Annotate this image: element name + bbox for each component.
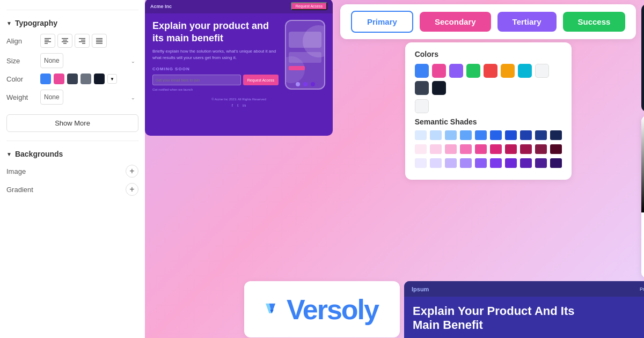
color-swatch-black[interactable]: [94, 74, 105, 84]
purple-landing-preview: Acme Inc Request Access Explain your pro…: [145, 0, 333, 136]
purple-submit-button[interactable]: Request Access: [243, 75, 279, 85]
color-gradient-canvas[interactable]: [641, 116, 644, 212]
picker-inputs: F8E71C Hex 248 R 231 G 28: [641, 225, 644, 251]
align-justify-button[interactable]: [92, 34, 107, 48]
landing-page-preview: Ipsum Pricing Login Download Explain You…: [404, 281, 644, 338]
s-b10[interactable]: [550, 130, 562, 140]
s-p6[interactable]: [490, 144, 502, 154]
s-v4[interactable]: [460, 158, 472, 168]
color-purple[interactable]: [449, 64, 463, 78]
s-p7[interactable]: [505, 144, 517, 154]
color-white[interactable]: [535, 64, 549, 78]
color-dropdown-button[interactable]: ▼: [107, 74, 117, 84]
s-b6[interactable]: [490, 130, 502, 140]
color-darkgray[interactable]: [415, 81, 429, 95]
dark-landing-preview: Acme Inc Verify now EXPLAIN YOUR PRODUCT…: [641, 4, 644, 112]
s-p8[interactable]: [520, 144, 532, 154]
s-p4[interactable]: [460, 144, 472, 154]
s-p3[interactable]: [445, 144, 457, 154]
add-gradient-button[interactable]: +: [126, 183, 138, 196]
weight-row: Weight None: [6, 90, 138, 105]
s-p2[interactable]: [430, 144, 442, 154]
s-v7[interactable]: [505, 158, 517, 168]
s-p5[interactable]: [475, 144, 487, 154]
align-label: Align: [6, 37, 36, 45]
color-pink[interactable]: [432, 64, 446, 78]
color-swatch-gray[interactable]: [80, 74, 91, 84]
weight-select[interactable]: None: [40, 90, 63, 105]
weight-label: Weight: [6, 93, 36, 101]
s-v3[interactable]: [445, 158, 457, 168]
color-black[interactable]: [432, 81, 446, 95]
svg-rect-7: [63, 43, 67, 44]
section-divider: [6, 141, 138, 141]
s-v2[interactable]: [430, 158, 442, 168]
add-image-button[interactable]: +: [126, 165, 138, 178]
s-v1[interactable]: [415, 158, 427, 168]
s-b3[interactable]: [445, 130, 457, 140]
landing-link-pricing[interactable]: Pricing: [640, 286, 644, 292]
s-v10[interactable]: [550, 158, 562, 168]
s-b8[interactable]: [520, 130, 532, 140]
size-select-wrapper: None: [40, 53, 138, 68]
purple-cta-button[interactable]: Request Access: [291, 2, 327, 10]
color-light[interactable]: [415, 99, 429, 113]
s-p9[interactable]: [535, 144, 547, 154]
weight-select-wrapper: None: [40, 90, 138, 105]
secondary-button[interactable]: Secondary: [420, 12, 491, 32]
versoly-text: Versoly: [287, 293, 378, 326]
semantic-purple-row: [415, 158, 562, 168]
purple-input-row: Request Access: [152, 75, 279, 85]
color-picker-panel: F8E71C Hex 248 R 231 G 28: [641, 116, 644, 278]
colors-title: Colors: [415, 50, 562, 58]
s-b5[interactable]: [475, 130, 487, 140]
s-b2[interactable]: [430, 130, 442, 140]
color-swatch-dark[interactable]: [67, 74, 78, 84]
purple-brand: Acme Inc: [150, 4, 172, 9]
s-b9[interactable]: [535, 130, 547, 140]
purple-text-block: Explain your product and its main benefi…: [152, 20, 279, 91]
svg-rect-10: [79, 41, 85, 42]
svg-rect-0: [45, 38, 51, 39]
s-v9[interactable]: [535, 158, 547, 168]
versoly-logo-container: Versoly: [244, 281, 400, 337]
s-b7[interactable]: [505, 130, 517, 140]
s-v6[interactable]: [490, 158, 502, 168]
success-button[interactable]: Success: [563, 12, 626, 32]
color-presets: [641, 251, 644, 278]
align-justify-icon: [96, 38, 103, 44]
purple-email-input[interactable]: [152, 75, 241, 85]
colors-panel: Colors: [405, 42, 572, 180]
purple-nav: Acme Inc Request Access: [145, 0, 333, 13]
color-cyan[interactable]: [518, 64, 532, 78]
landing-nav: Ipsum Pricing Login Download: [404, 281, 644, 297]
align-center-button[interactable]: [57, 34, 72, 48]
s-b1[interactable]: [415, 130, 427, 140]
tertiary-button[interactable]: Tertiary: [497, 12, 557, 32]
align-right-button[interactable]: [75, 34, 90, 48]
primary-button[interactable]: Primary: [351, 11, 413, 33]
align-row: Align: [6, 34, 138, 48]
s-p10[interactable]: [550, 144, 562, 154]
color-swatch-blue[interactable]: [40, 74, 51, 84]
svg-rect-14: [96, 41, 103, 42]
color-amber[interactable]: [501, 64, 515, 78]
s-v8[interactable]: [520, 158, 532, 168]
backgrounds-label: Backgrounds: [15, 150, 63, 158]
size-select[interactable]: None: [40, 53, 63, 68]
color-red[interactable]: [484, 64, 497, 78]
svg-rect-1: [45, 40, 49, 41]
color-swatch-pink[interactable]: [54, 74, 64, 84]
show-more-button[interactable]: Show More: [6, 114, 138, 132]
versoly-v-logo: [266, 292, 278, 327]
align-left-button[interactable]: [40, 34, 55, 48]
color-blue[interactable]: [415, 64, 429, 78]
purple-headline: Explain your product and its main benefi…: [152, 20, 279, 44]
svg-rect-15: [96, 43, 103, 44]
s-v5[interactable]: [475, 158, 487, 168]
color-green[interactable]: [466, 64, 480, 78]
purple-footer: Get notified when we launch: [152, 88, 279, 91]
s-b4[interactable]: [460, 130, 472, 140]
svg-rect-9: [81, 40, 85, 41]
s-p1[interactable]: [415, 144, 427, 154]
